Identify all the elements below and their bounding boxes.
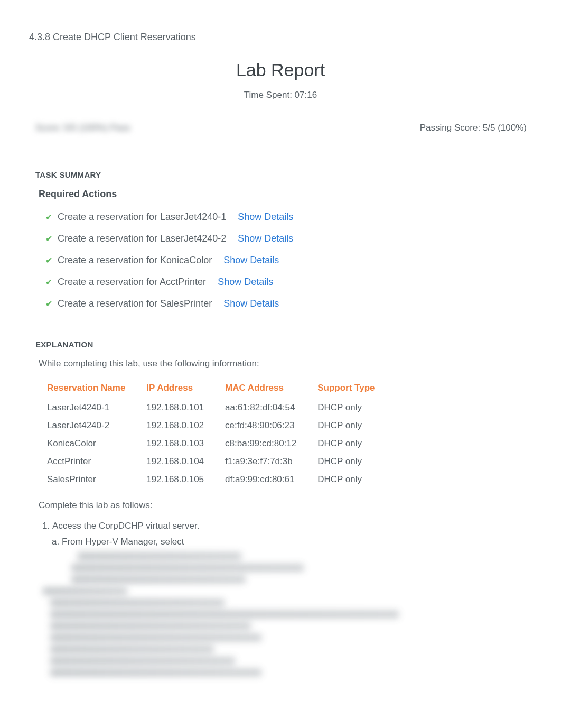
action-text: Create a reservation for LaserJet4240-1 bbox=[58, 211, 226, 223]
complete-lab-text: Complete this lab as follows: bbox=[39, 500, 532, 511]
required-actions-heading: Required Actions bbox=[39, 189, 532, 200]
explanation-heading: EXPLANATION bbox=[35, 340, 532, 349]
check-icon: ✔ bbox=[44, 255, 53, 265]
action-text: Create a reservation for SalesPrinter bbox=[58, 298, 212, 309]
step-1: Access the CorpDCHP virtual server. From… bbox=[52, 519, 532, 583]
th-support-type: Support Type bbox=[309, 377, 387, 399]
step-1a-text: From Hyper-V Manager, select bbox=[62, 537, 184, 547]
step-1-text: Access the CorpDCHP virtual server. bbox=[52, 521, 199, 531]
th-reservation-name: Reservation Name bbox=[39, 377, 138, 399]
reservation-table: Reservation Name IP Address MAC Address … bbox=[39, 377, 388, 489]
cell-mac: aa:61:82:df:04:54 bbox=[217, 399, 309, 417]
task-summary-heading: TASK SUMMARY bbox=[35, 170, 532, 179]
show-details-link[interactable]: Show Details bbox=[223, 298, 279, 309]
table-row: AcctPrinter 192.168.0.104 f1:a9:3e:f7:7d… bbox=[39, 453, 388, 471]
show-details-link[interactable]: Show Details bbox=[223, 255, 279, 266]
cell-mac: f1:a9:3e:f7:7d:3b bbox=[217, 453, 309, 471]
cell-mac: ce:fd:48:90:06:23 bbox=[217, 417, 309, 435]
explanation-intro: While completing this lab, use the follo… bbox=[39, 358, 532, 369]
cell-mac: c8:ba:99:cd:80:12 bbox=[217, 435, 309, 453]
score-row: Score: 5/5 (100%) Pass Passing Score: 5/… bbox=[29, 123, 532, 133]
cell-support: DHCP only bbox=[309, 453, 387, 471]
action-text: Create a reservation for KonicaColor bbox=[58, 255, 212, 266]
check-icon: ✔ bbox=[44, 277, 53, 287]
action-text: Create a reservation for AcctPrinter bbox=[58, 277, 206, 288]
table-row: KonicaColor 192.168.0.103 c8:ba:99:cd:80… bbox=[39, 435, 388, 453]
cell-support: DHCP only bbox=[309, 399, 387, 417]
cell-ip: 192.168.0.103 bbox=[138, 435, 217, 453]
table-row: LaserJet4240-1 192.168.0.101 aa:61:82:df… bbox=[39, 399, 388, 417]
action-item: ✔ Create a reservation for KonicaColor S… bbox=[39, 250, 532, 271]
show-details-link[interactable]: Show Details bbox=[238, 211, 293, 223]
blurred-content bbox=[62, 552, 532, 583]
cell-mac: df:a9:99:cd:80:61 bbox=[217, 471, 309, 489]
action-item: ✔ Create a reservation for AcctPrinter S… bbox=[39, 271, 532, 293]
table-row: LaserJet4240-2 192.168.0.102 ce:fd:48:90… bbox=[39, 417, 388, 435]
required-actions-list: ✔ Create a reservation for LaserJet4240-… bbox=[39, 206, 532, 315]
cell-support: DHCP only bbox=[309, 417, 387, 435]
cell-ip: 192.168.0.104 bbox=[138, 453, 217, 471]
action-text: Create a reservation for LaserJet4240-2 bbox=[58, 233, 226, 244]
check-icon: ✔ bbox=[44, 234, 53, 244]
breadcrumb-title: 4.3.8 Create DHCP Client Reservations bbox=[29, 32, 532, 43]
th-ip-address: IP Address bbox=[138, 377, 217, 399]
table-row: SalesPrinter 192.168.0.105 df:a9:99:cd:8… bbox=[39, 471, 388, 489]
action-item: ✔ Create a reservation for SalesPrinter … bbox=[39, 293, 532, 315]
cell-name: KonicaColor bbox=[39, 435, 138, 453]
table-header-row: Reservation Name IP Address MAC Address … bbox=[39, 377, 388, 399]
cell-ip: 192.168.0.105 bbox=[138, 471, 217, 489]
cell-ip: 192.168.0.102 bbox=[138, 417, 217, 435]
cell-support: DHCP only bbox=[309, 471, 387, 489]
show-details-link[interactable]: Show Details bbox=[218, 277, 273, 288]
score-value-blurred: Score: 5/5 (100%) Pass bbox=[35, 123, 130, 133]
cell-ip: 192.168.0.101 bbox=[138, 399, 217, 417]
cell-name: LaserJet4240-2 bbox=[39, 417, 138, 435]
steps-list: Access the CorpDCHP virtual server. From… bbox=[43, 519, 532, 676]
blurred-content bbox=[41, 587, 532, 676]
show-details-link[interactable]: Show Details bbox=[238, 233, 293, 244]
cell-name: SalesPrinter bbox=[39, 471, 138, 489]
action-item: ✔ Create a reservation for LaserJet4240-… bbox=[39, 228, 532, 250]
cell-name: LaserJet4240-1 bbox=[39, 399, 138, 417]
action-item: ✔ Create a reservation for LaserJet4240-… bbox=[39, 206, 532, 228]
page-heading: Lab Report bbox=[29, 60, 532, 80]
check-icon: ✔ bbox=[44, 212, 53, 222]
check-icon: ✔ bbox=[44, 299, 53, 309]
cell-name: AcctPrinter bbox=[39, 453, 138, 471]
passing-score: Passing Score: 5/5 (100%) bbox=[420, 123, 527, 133]
step-1a: From Hyper-V Manager, select bbox=[62, 535, 532, 584]
cell-support: DHCP only bbox=[309, 435, 387, 453]
time-spent: Time Spent: 07:16 bbox=[29, 90, 532, 100]
th-mac-address: MAC Address bbox=[217, 377, 309, 399]
